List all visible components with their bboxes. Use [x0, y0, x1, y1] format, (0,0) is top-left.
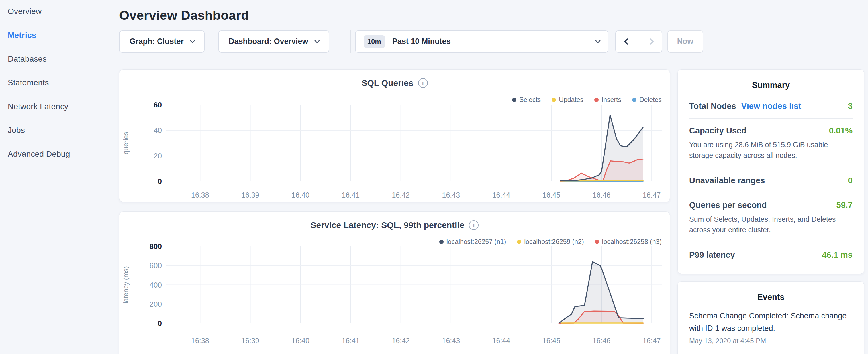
sidebar-item-advanced-debug[interactable]: Advanced Debug	[8, 149, 119, 159]
summary-row-capacity-used: Capacity Used 0.01% You are using 28.6 M…	[689, 119, 852, 168]
sidebar-item-jobs[interactable]: Jobs	[8, 125, 119, 135]
sidebar-item-databases[interactable]: Databases	[8, 54, 119, 64]
svg-text:queries: queries	[122, 132, 129, 154]
events-title: Events	[678, 292, 864, 302]
time-window-badge: 10m	[364, 35, 385, 48]
page-title: Overview Dashboard	[119, 8, 868, 23]
time-window-selector[interactable]: 10m Past 10 Minutes	[355, 30, 608, 53]
dashboard-dropdown[interactable]: Dashboard: Overview	[218, 30, 329, 53]
summary-row-total-nodes: Total Nodes View nodes list 3	[689, 94, 852, 119]
svg-text:16:38: 16:38	[191, 336, 209, 345]
summary-label: Capacity Used	[689, 126, 746, 135]
svg-text:16:42: 16:42	[392, 336, 410, 345]
svg-text:400: 400	[150, 280, 162, 289]
chevron-right-icon	[647, 38, 654, 45]
next-time-window-button[interactable]	[639, 31, 662, 52]
chevron-left-icon	[624, 38, 630, 45]
previous-time-window-button[interactable]	[616, 31, 639, 52]
summary-value: 0.01%	[829, 126, 852, 135]
charts-column: SQL Queries i SelectsUpdatesInsertsDelet…	[119, 69, 670, 354]
svg-text:16:41: 16:41	[342, 336, 360, 345]
time-step-buttons	[615, 30, 662, 53]
chart-title: SQL Queries	[361, 78, 413, 88]
svg-text:800: 800	[150, 243, 162, 251]
svg-text:16:44: 16:44	[492, 191, 510, 199]
svg-text:16:40: 16:40	[291, 336, 309, 345]
event-item-text[interactable]: Schema Change Completed: Schema change w…	[678, 310, 864, 334]
svg-text:16:39: 16:39	[241, 191, 259, 199]
svg-text:60: 60	[154, 101, 162, 109]
svg-text:16:45: 16:45	[542, 336, 560, 345]
svg-text:16:43: 16:43	[442, 191, 460, 199]
svg-text:0: 0	[158, 319, 162, 328]
sidebar-item-network-latency[interactable]: Network Latency	[8, 101, 119, 112]
svg-text:16:42: 16:42	[392, 191, 410, 199]
summary-row-unavailable-ranges: Unavailable ranges 0	[689, 168, 852, 193]
now-button[interactable]: Now	[668, 30, 703, 53]
sql-queries-chart-card: SQL Queries i SelectsUpdatesInsertsDelet…	[119, 69, 670, 202]
controls-divider	[350, 30, 351, 53]
svg-text:16:46: 16:46	[593, 336, 611, 345]
chevron-down-icon	[314, 38, 319, 43]
chevron-down-icon	[595, 38, 600, 43]
svg-text:16:43: 16:43	[442, 336, 460, 345]
sidebar: Overview Metrics Databases Statements Ne…	[0, 0, 119, 354]
svg-text:latency (ms): latency (ms)	[122, 266, 129, 303]
svg-text:16:39: 16:39	[241, 336, 259, 345]
summary-label: Unavailable ranges	[689, 176, 765, 185]
sidebar-item-overview[interactable]: Overview	[8, 6, 119, 17]
summary-subtext: Sum of Selects, Updates, Inserts, and De…	[689, 214, 852, 235]
time-window-label: Past 10 Minutes	[392, 37, 596, 46]
sidebar-item-statements[interactable]: Statements	[8, 77, 119, 88]
summary-panel: Summary Total Nodes View nodes list 3 Ca…	[677, 69, 864, 274]
chevron-down-icon	[190, 38, 195, 43]
svg-text:16:46: 16:46	[593, 191, 611, 199]
info-icon[interactable]: i	[469, 220, 478, 230]
svg-text:16:47: 16:47	[643, 336, 661, 345]
svg-text:16:38: 16:38	[191, 191, 209, 199]
sql-queries-chart[interactable]: 16:3816:3916:4016:4116:4216:4316:4416:45…	[120, 101, 670, 200]
chart-title: Service Latency: SQL, 99th percentile	[311, 220, 465, 230]
summary-value: 46.1 ms	[822, 250, 852, 260]
summary-row-p99-latency: P99 latency 46.1 ms	[689, 243, 852, 267]
svg-text:16:45: 16:45	[542, 191, 560, 199]
dashboard-dropdown-label: Dashboard: Overview	[229, 37, 308, 46]
svg-text:200: 200	[150, 300, 162, 309]
service-latency-chart[interactable]: 16:3816:3916:4016:4116:4216:4316:4416:45…	[120, 243, 670, 352]
svg-text:16:41: 16:41	[342, 191, 360, 199]
summary-label: P99 latency	[689, 250, 735, 260]
controls-row: Graph: Cluster Dashboard: Overview 10m P…	[119, 30, 868, 53]
summary-label: Queries per second	[689, 200, 767, 210]
right-column: Summary Total Nodes View nodes list 3 Ca…	[677, 69, 864, 354]
svg-text:0: 0	[158, 177, 162, 186]
info-icon[interactable]: i	[418, 78, 428, 88]
summary-value: 59.7	[836, 200, 852, 210]
summary-subtext: You are using 28.6 MiB of 515.9 GiB usab…	[689, 139, 852, 161]
summary-label: Total Nodes	[689, 101, 736, 111]
dashboard-grid: SQL Queries i SelectsUpdatesInsertsDelet…	[119, 69, 868, 354]
summary-title: Summary	[678, 81, 864, 90]
svg-text:20: 20	[154, 152, 162, 160]
events-panel: Events Schema Change Completed: Schema c…	[677, 281, 864, 354]
svg-text:16:40: 16:40	[291, 191, 309, 199]
svg-text:16:47: 16:47	[643, 191, 661, 199]
graph-scope-dropdown[interactable]: Graph: Cluster	[119, 30, 205, 53]
svg-text:16:44: 16:44	[492, 336, 510, 345]
sidebar-item-metrics[interactable]: Metrics	[8, 30, 119, 40]
summary-row-queries-per-second: Queries per second 59.7 Sum of Selects, …	[689, 193, 852, 243]
summary-value: 0	[848, 176, 852, 185]
summary-value: 3	[848, 101, 852, 111]
graph-scope-dropdown-label: Graph: Cluster	[129, 37, 184, 46]
svg-text:40: 40	[154, 126, 162, 135]
event-item-timestamp: May 13, 2020 at 4:45 PM	[678, 337, 864, 345]
svg-text:600: 600	[150, 261, 162, 270]
view-nodes-list-link[interactable]: View nodes list	[741, 101, 801, 111]
service-latency-chart-card: Service Latency: SQL, 99th percentile i …	[119, 212, 670, 354]
main-content: Overview Dashboard Graph: Cluster Dashbo…	[119, 0, 868, 354]
